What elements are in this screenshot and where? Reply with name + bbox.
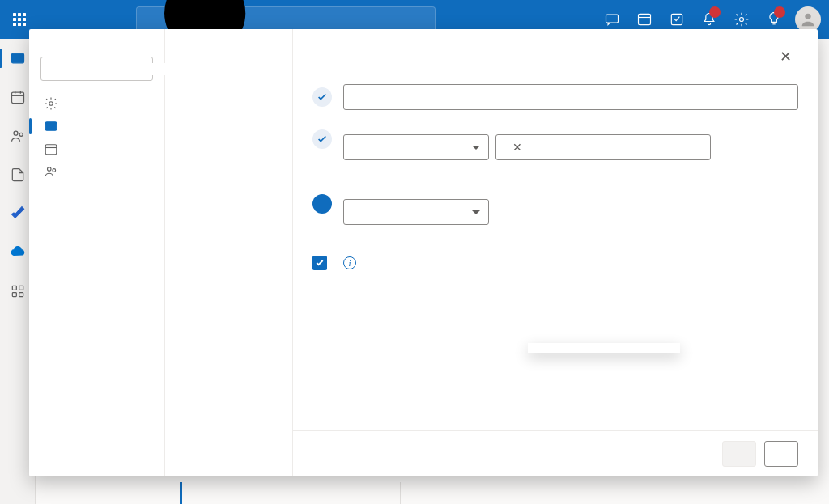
info-icon[interactable]: i bbox=[343, 256, 356, 269]
svg-rect-10 bbox=[11, 92, 23, 103]
settings-dialog: ✕ bbox=[29, 29, 818, 476]
svg-point-22 bbox=[49, 102, 53, 106]
mail-icon bbox=[44, 119, 58, 133]
tips-badge bbox=[774, 6, 785, 18]
category-calendar[interactable] bbox=[40, 138, 153, 160]
step-1-badge bbox=[312, 87, 332, 107]
svg-point-27 bbox=[53, 169, 56, 172]
settings-categories-pane bbox=[29, 29, 165, 476]
condition-type-dropdown[interactable] bbox=[343, 134, 489, 160]
notification-badge bbox=[709, 6, 721, 18]
remove-keyword-icon[interactable]: ✕ bbox=[512, 141, 522, 154]
calendar-icon bbox=[44, 142, 58, 156]
close-icon[interactable]: ✕ bbox=[772, 44, 798, 70]
stop-processing-checkbox[interactable] bbox=[312, 256, 327, 270]
check-icon bbox=[317, 91, 328, 103]
settings-content-pane: ✕ bbox=[293, 29, 818, 476]
condition-value-pill[interactable]: ✕ bbox=[495, 134, 711, 160]
category-general[interactable] bbox=[40, 92, 153, 115]
svg-point-14 bbox=[14, 131, 18, 135]
step-2-badge bbox=[312, 129, 332, 149]
gear-icon bbox=[44, 96, 58, 111]
category-mail[interactable] bbox=[40, 115, 153, 138]
check-icon bbox=[315, 258, 325, 268]
svg-rect-19 bbox=[19, 293, 23, 297]
action-dropdown-menu bbox=[528, 343, 680, 353]
check-icon bbox=[317, 133, 328, 145]
rule-name-input[interactable] bbox=[343, 84, 798, 110]
svg-rect-16 bbox=[12, 286, 16, 290]
svg-point-26 bbox=[48, 167, 52, 172]
svg-rect-2 bbox=[606, 15, 619, 23]
svg-rect-24 bbox=[45, 145, 57, 155]
discard-button[interactable] bbox=[764, 441, 798, 467]
svg-point-6 bbox=[740, 18, 744, 22]
dialog-footer bbox=[293, 430, 818, 476]
svg-point-15 bbox=[19, 133, 23, 136]
people-icon bbox=[44, 164, 58, 179]
settings-search[interactable] bbox=[40, 57, 153, 81]
category-people[interactable] bbox=[40, 160, 153, 183]
background-content bbox=[36, 482, 829, 504]
svg-rect-18 bbox=[12, 293, 16, 297]
action-dropdown[interactable] bbox=[343, 199, 489, 225]
svg-point-8 bbox=[805, 14, 810, 19]
svg-rect-3 bbox=[639, 14, 651, 24]
search-input[interactable] bbox=[286, 13, 427, 26]
svg-rect-17 bbox=[19, 286, 23, 290]
step-3-badge bbox=[312, 194, 332, 214]
save-button[interactable] bbox=[722, 441, 756, 467]
settings-subcategories-pane bbox=[165, 29, 293, 476]
